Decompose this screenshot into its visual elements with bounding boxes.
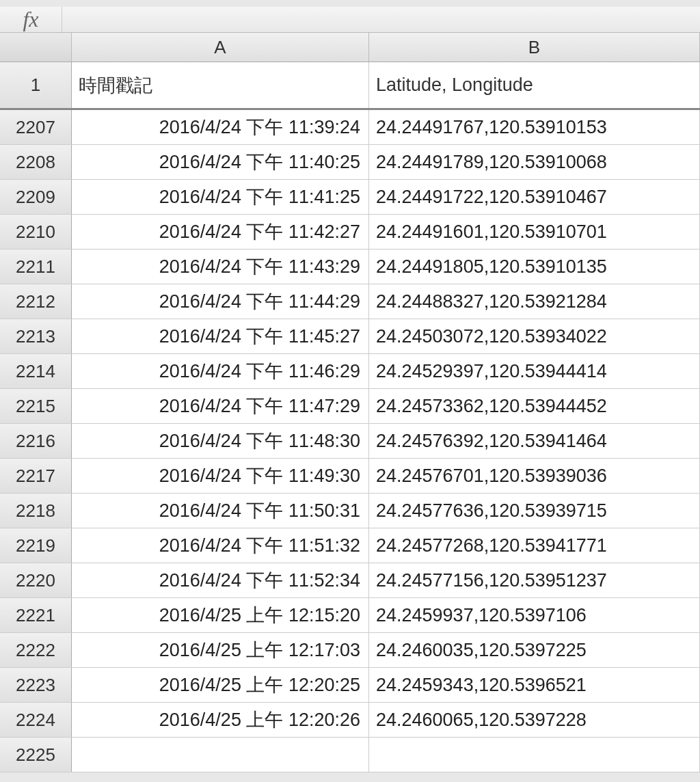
cell-b-2210[interactable]: 24.24491601,120.53910701 xyxy=(369,215,700,249)
cell-b1[interactable]: Latitude, Longitude xyxy=(369,62,700,108)
row-header-2212[interactable]: 2212 xyxy=(0,284,72,319)
table-row: 22202016/4/24 下午 11:52:3424.24577156,120… xyxy=(0,563,700,598)
cell-a-2208[interactable]: 2016/4/24 下午 11:40:25 xyxy=(72,145,369,179)
cell-a-2214[interactable]: 2016/4/24 下午 11:46:29 xyxy=(72,354,369,388)
cell-b-2212[interactable]: 24.24488327,120.53921284 xyxy=(369,284,700,319)
row-header-2210[interactable]: 2210 xyxy=(0,215,72,249)
cell-b-2219[interactable]: 24.24577268,120.53941771 xyxy=(369,528,700,563)
row-header-2220[interactable]: 2220 xyxy=(0,563,72,597)
cell-b-2223[interactable]: 24.2459343,120.5396521 xyxy=(369,668,700,702)
table-row: 22082016/4/24 下午 11:40:2524.24491789,120… xyxy=(0,145,700,180)
column-header-b[interactable]: B xyxy=(369,33,700,62)
cell-b-2221[interactable]: 24.2459937,120.5397106 xyxy=(369,598,700,632)
row-header-2224[interactable]: 2224 xyxy=(0,703,72,737)
cell-a-2215[interactable]: 2016/4/24 下午 11:47:29 xyxy=(72,389,369,423)
table-row: 22212016/4/25 上午 12:15:2024.2459937,120.… xyxy=(0,598,700,633)
row-header-2222[interactable]: 2222 xyxy=(0,633,72,667)
table-row: 22242016/4/25 上午 12:20:2624.2460065,120.… xyxy=(0,703,700,738)
row-header-2225[interactable]: 2225 xyxy=(0,738,72,772)
table-row: 22072016/4/24 下午 11:39:2424.24491767,120… xyxy=(0,110,700,145)
cell-a-2223[interactable]: 2016/4/25 上午 12:20:25 xyxy=(72,668,369,702)
table-row: 22092016/4/24 下午 11:41:2524.24491722,120… xyxy=(0,180,700,215)
cell-b-2215[interactable]: 24.24573362,120.53944452 xyxy=(369,389,700,423)
row-header-2211[interactable]: 2211 xyxy=(0,250,72,284)
formula-input[interactable] xyxy=(62,7,700,32)
table-row: 22112016/4/24 下午 11:43:2924.24491805,120… xyxy=(0,250,700,284)
cell-a-2213[interactable]: 2016/4/24 下午 11:45:27 xyxy=(72,319,369,353)
table-row: 22192016/4/24 下午 11:51:3224.24577268,120… xyxy=(0,528,700,563)
cell-a-2209[interactable]: 2016/4/24 下午 11:41:25 xyxy=(72,180,369,214)
row-header-2213[interactable]: 2213 xyxy=(0,319,72,353)
cell-a-2220[interactable]: 2016/4/24 下午 11:52:34 xyxy=(72,563,369,597)
cell-a-2218[interactable]: 2016/4/24 下午 11:50:31 xyxy=(72,494,369,528)
cell-b-2217[interactable]: 24.24576701,120.53939036 xyxy=(369,459,700,493)
cell-a-2225[interactable] xyxy=(72,738,369,772)
cell-b-2207[interactable]: 24.24491767,120.53910153 xyxy=(369,110,700,144)
data-rows-container: 22072016/4/24 下午 11:39:2424.24491767,120… xyxy=(0,110,700,772)
row-header-2217[interactable]: 2217 xyxy=(0,459,72,493)
column-headers-row: A B xyxy=(0,33,700,62)
cell-b-2225[interactable] xyxy=(369,738,700,772)
table-row: 22222016/4/25 上午 12:17:0324.2460035,120.… xyxy=(0,633,700,668)
cell-a-2216[interactable]: 2016/4/24 下午 11:48:30 xyxy=(72,424,369,458)
table-row: 22232016/4/25 上午 12:20:2524.2459343,120.… xyxy=(0,668,700,703)
cell-b-2213[interactable]: 24.24503072,120.53934022 xyxy=(369,319,700,353)
table-row: 22172016/4/24 下午 11:49:3024.24576701,120… xyxy=(0,459,700,494)
cell-a-2219[interactable]: 2016/4/24 下午 11:51:32 xyxy=(72,528,369,563)
cell-b-2216[interactable]: 24.24576392,120.53941464 xyxy=(369,424,700,458)
cell-a1[interactable]: 時間戳記 xyxy=(72,62,369,108)
table-row: 22142016/4/24 下午 11:46:2924.24529397,120… xyxy=(0,354,700,389)
cell-a-2222[interactable]: 2016/4/25 上午 12:17:03 xyxy=(72,633,369,667)
cell-a-2207[interactable]: 2016/4/24 下午 11:39:24 xyxy=(72,110,369,144)
cell-a-2211[interactable]: 2016/4/24 下午 11:43:29 xyxy=(72,250,369,284)
table-row: 22102016/4/24 下午 11:42:2724.24491601,120… xyxy=(0,215,700,250)
row-header-2216[interactable]: 2216 xyxy=(0,424,72,458)
cell-a-2224[interactable]: 2016/4/25 上午 12:20:26 xyxy=(72,703,369,737)
row-header-1[interactable]: 1 xyxy=(0,62,72,108)
cell-a-2221[interactable]: 2016/4/25 上午 12:15:20 xyxy=(72,598,369,632)
cell-b-2218[interactable]: 24.24577636,120.53939715 xyxy=(369,494,700,528)
cell-a-2210[interactable]: 2016/4/24 下午 11:42:27 xyxy=(72,215,369,249)
column-header-a[interactable]: A xyxy=(72,33,369,62)
row-header-2218[interactable]: 2218 xyxy=(0,494,72,528)
cell-b-2208[interactable]: 24.24491789,120.53910068 xyxy=(369,145,700,179)
row-header-2215[interactable]: 2215 xyxy=(0,389,72,423)
formula-bar: fx xyxy=(0,0,700,33)
table-row: 22122016/4/24 下午 11:44:2924.24488327,120… xyxy=(0,284,700,319)
cell-b-2222[interactable]: 24.2460035,120.5397225 xyxy=(369,633,700,667)
fx-icon[interactable]: fx xyxy=(0,7,62,32)
row-header-2208[interactable]: 2208 xyxy=(0,145,72,179)
row-header-2219[interactable]: 2219 xyxy=(0,528,72,563)
select-all-corner[interactable] xyxy=(0,33,72,62)
cell-b-2211[interactable]: 24.24491805,120.53910135 xyxy=(369,250,700,284)
cell-a-2212[interactable]: 2016/4/24 下午 11:44:29 xyxy=(72,284,369,319)
cell-b-2209[interactable]: 24.24491722,120.53910467 xyxy=(369,180,700,214)
cell-b-2224[interactable]: 24.2460065,120.5397228 xyxy=(369,703,700,737)
row-header-2214[interactable]: 2214 xyxy=(0,354,72,388)
table-row: 22152016/4/24 下午 11:47:2924.24573362,120… xyxy=(0,389,700,424)
header-freeze-row: 1 時間戳記 Latitude, Longitude xyxy=(0,62,700,110)
spreadsheet-grid: A B 1 時間戳記 Latitude, Longitude 22072016/… xyxy=(0,33,700,772)
table-row: 2225 xyxy=(0,738,700,772)
row-header-2207[interactable]: 2207 xyxy=(0,110,72,144)
row-header-2209[interactable]: 2209 xyxy=(0,180,72,214)
row-header-2221[interactable]: 2221 xyxy=(0,598,72,632)
row-header-2223[interactable]: 2223 xyxy=(0,668,72,702)
table-row: 22182016/4/24 下午 11:50:3124.24577636,120… xyxy=(0,494,700,528)
cell-a-2217[interactable]: 2016/4/24 下午 11:49:30 xyxy=(72,459,369,493)
table-row: 22162016/4/24 下午 11:48:3024.24576392,120… xyxy=(0,424,700,459)
table-row: 22132016/4/24 下午 11:45:2724.24503072,120… xyxy=(0,319,700,354)
fx-symbol: fx xyxy=(23,7,38,32)
cell-b-2220[interactable]: 24.24577156,120.53951237 xyxy=(369,563,700,597)
cell-b-2214[interactable]: 24.24529397,120.53944414 xyxy=(369,354,700,388)
